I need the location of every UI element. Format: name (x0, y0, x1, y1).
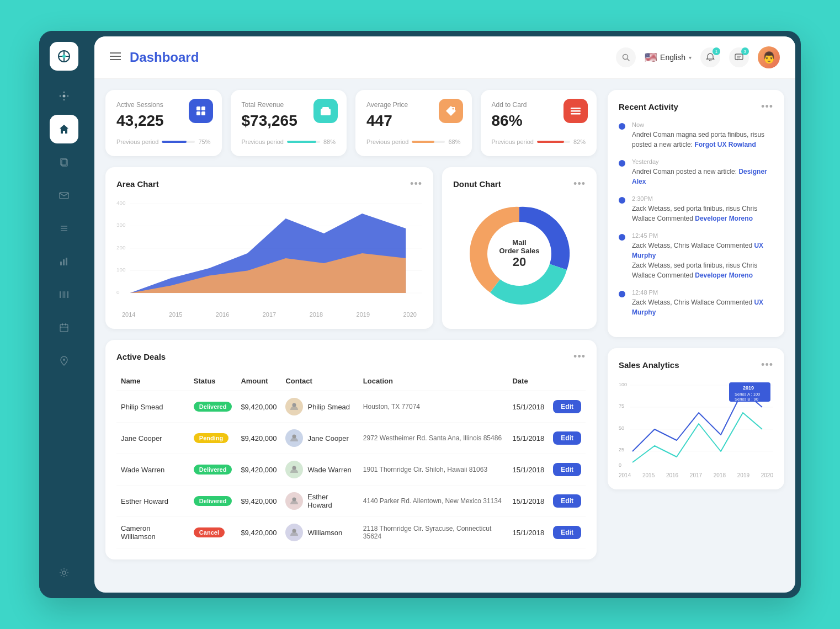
svg-point-40 (452, 108, 454, 110)
td-location: 2972 Westheimer Rd. Santa Ana, Illinois … (359, 423, 508, 454)
notifications-button[interactable]: 1 (700, 47, 720, 67)
td-contact: Philip Smead (281, 391, 358, 423)
activity-text: Zack Wetass, sed porta finibus, risus Ch… (632, 204, 773, 223)
svg-rect-34 (201, 106, 205, 110)
svg-rect-38 (322, 107, 329, 109)
active-deals-header: Active Deals ••• (116, 351, 586, 363)
edit-button[interactable]: Edit (553, 526, 581, 539)
sidebar-item-pages[interactable] (50, 148, 78, 177)
activity-list: Now Andrei Coman magna sed porta finibus… (619, 121, 773, 317)
activity-content: 12:45 PM Zack Wetass, Chris Wallace Comm… (632, 232, 773, 280)
td-status: Pending (189, 423, 237, 454)
activity-dot (619, 291, 625, 297)
svg-rect-30 (735, 54, 743, 60)
svg-line-29 (628, 59, 630, 61)
stat-footer-revenue: Previous period 88% (242, 138, 336, 145)
svg-point-23 (63, 359, 65, 361)
svg-text:Series A : 100: Series A : 100 (735, 392, 760, 397)
messages-badge: 3 (741, 47, 749, 55)
search-button[interactable] (616, 47, 636, 67)
activity-menu[interactable]: ••• (761, 101, 773, 113)
contact-cell: Philip Smead (285, 398, 354, 415)
td-date: 15/1/2018 (508, 454, 549, 486)
td-action: Edit (549, 454, 586, 486)
sales-analytics-card: Sales Analytics ••• 100 75 50 25 0 (608, 348, 784, 489)
td-name: Esther Howard (116, 486, 189, 517)
svg-point-3 (62, 55, 66, 58)
td-status: Cancel (189, 517, 237, 548)
activity-link[interactable]: Developer Moreno (695, 271, 753, 279)
menu-icon[interactable] (110, 52, 121, 63)
svg-text:300: 300 (116, 222, 125, 228)
contact-avatar (285, 398, 303, 415)
svg-text:50: 50 (619, 425, 624, 431)
stat-pct-cart: 82% (573, 138, 586, 145)
area-chart-header: Area Chart ••• (116, 178, 422, 190)
contact-cell: Williamson (285, 524, 354, 541)
activity-dot (619, 160, 625, 167)
activity-link[interactable]: Designer Alex (632, 168, 767, 185)
col-contact: Contact (281, 371, 358, 391)
stat-bar-sessions (162, 141, 195, 143)
activity-item: Now Andrei Coman magna sed porta finibus… (619, 121, 773, 150)
area-chart-x-labels: 2014 2015 2016 2017 2018 2019 2020 (116, 311, 422, 318)
sidebar-item-move[interactable] (50, 82, 78, 110)
stats-row: Active Sessions 43,225 Previous period 7… (105, 90, 597, 156)
sidebar-item-chart[interactable] (50, 247, 78, 276)
messages-button[interactable]: 3 (729, 47, 749, 67)
stat-bar-fill-price (412, 141, 434, 143)
td-location: Houston, TX 77074 (359, 391, 508, 423)
col-status: Status (189, 371, 237, 391)
donut-chart-header: Donut Chart ••• (453, 178, 586, 190)
donut-center-value: 20 (499, 255, 540, 269)
td-action: Edit (549, 391, 586, 423)
activity-time: 2:30PM (632, 195, 773, 202)
sidebar-item-settings[interactable] (50, 558, 78, 587)
activity-link[interactable]: UX Murphy (632, 298, 763, 316)
sidebar-item-barcode[interactable] (50, 280, 78, 309)
activity-link[interactable]: Forgot UX Rowland (694, 141, 756, 148)
svg-rect-15 (62, 291, 62, 298)
analytics-menu[interactable]: ••• (761, 359, 773, 371)
td-status: Delivered (189, 391, 237, 423)
sidebar-item-home[interactable] (50, 115, 78, 143)
activity-link[interactable]: Developer Moreno (695, 215, 753, 222)
activity-link[interactable]: UX Murphy (632, 242, 763, 259)
sidebar-item-location[interactable] (50, 347, 78, 375)
status-badge: Pending (194, 433, 228, 443)
stat-footer-cart: Previous period 82% (492, 138, 586, 145)
user-avatar[interactable]: 👨 (758, 46, 780, 68)
active-deals-menu[interactable]: ••• (573, 351, 586, 363)
sidebar-item-mail[interactable] (50, 181, 78, 210)
col-action (549, 371, 586, 391)
activity-title: Recent Activity (619, 102, 678, 111)
contact-cell: Jane Cooper (285, 429, 354, 447)
active-deals-title: Active Deals (116, 352, 166, 361)
stat-footer-sessions: Previous period 75% (116, 138, 211, 145)
charts-row: Area Chart ••• 400 300 200 100 0 (105, 167, 597, 329)
donut-chart-menu[interactable]: ••• (573, 178, 586, 190)
td-name: Wade Warren (116, 454, 189, 486)
edit-button[interactable]: Edit (553, 400, 581, 413)
chevron-down-icon: ▾ (689, 55, 692, 61)
main-content: Dashboard 🇺🇸 English ▾ 1 (94, 36, 795, 593)
edit-button[interactable]: Edit (553, 463, 581, 476)
sidebar-item-calendar[interactable] (50, 313, 78, 342)
svg-rect-42 (571, 110, 581, 112)
stat-bar-cart (537, 141, 570, 143)
table-row: Jane Cooper Pending $9,420,000 Jane Coop… (116, 423, 586, 454)
edit-button[interactable]: Edit (553, 494, 581, 508)
stat-pct-price: 68% (448, 138, 460, 145)
edit-button[interactable]: Edit (553, 431, 581, 445)
area-chart-menu[interactable]: ••• (410, 178, 422, 190)
contact-cell: Wade Warren (285, 461, 354, 478)
flag-icon: 🇺🇸 (645, 51, 657, 63)
analytics-x-labels: 2014 2015 2016 2017 2018 2019 2020 (619, 472, 773, 478)
area-chart-container: 400 300 200 100 0 (116, 199, 422, 309)
language-selector[interactable]: 🇺🇸 English ▾ (645, 51, 692, 63)
activity-content: Now Andrei Coman magna sed porta finibus… (632, 121, 773, 150)
stat-prev-price: Previous period (366, 138, 408, 145)
sidebar-item-list[interactable] (50, 214, 78, 243)
activity-text: Zack Wetass, Chris Wallace Commented UX … (632, 241, 773, 280)
table-row: Philip Smead Delivered $9,420,000 Philip… (116, 391, 586, 423)
